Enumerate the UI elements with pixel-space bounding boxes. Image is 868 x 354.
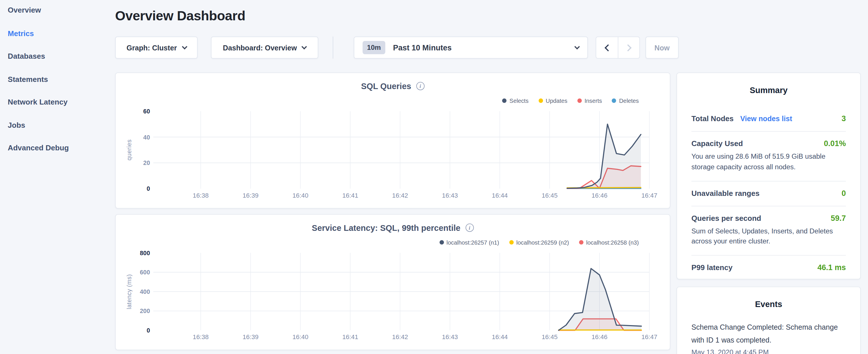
y-tick-label: 0 xyxy=(116,326,150,334)
summary-description: Sum of Selects, Updates, Inserts, and De… xyxy=(691,226,846,247)
y-tick-label: 20 xyxy=(116,159,150,167)
summary-row-queries-per-second: Queries per second 59.7 Sum of Selects, … xyxy=(691,206,846,256)
x-tick-label: 16:47 xyxy=(633,192,666,198)
view-nodes-link[interactable]: View nodes list xyxy=(740,115,792,123)
x-tick-label: 16:44 xyxy=(483,334,517,340)
chevron-down-icon xyxy=(574,44,580,49)
chart-title: Service Latency: SQL, 99th percentile xyxy=(312,223,461,232)
y-tick-label: 800 xyxy=(116,249,150,257)
dashboard-dropdown[interactable]: Dashboard: Overview xyxy=(211,36,318,58)
x-tick-label: 16:44 xyxy=(483,192,517,198)
time-next-button[interactable] xyxy=(618,37,639,58)
dashboard-dropdown-label: Dashboard: Overview xyxy=(223,43,297,52)
summary-label: Queries per second xyxy=(691,214,762,222)
x-tick-label: 16:39 xyxy=(234,192,267,198)
summary-value: 0.01% xyxy=(824,139,846,148)
chart-title-row: SQL Queries i xyxy=(116,81,670,91)
x-tick-label: 16:40 xyxy=(284,192,317,198)
time-window-badge: 10m xyxy=(363,41,385,54)
legend-item: localhost:26257 (n1) xyxy=(439,239,499,246)
legend-label: localhost:26259 (n2) xyxy=(517,239,569,246)
sidebar-nav: Overview Metrics Databases Statements Ne… xyxy=(8,7,107,167)
legend-dot xyxy=(579,240,583,244)
sidebar-item-network-latency[interactable]: Network Latency xyxy=(8,99,107,106)
legend-dot xyxy=(612,99,616,103)
x-tick-label: 16:38 xyxy=(184,192,217,198)
sidebar-item-databases[interactable]: Databases xyxy=(8,53,107,60)
y-tick-label: 600 xyxy=(116,268,150,276)
summary-row-capacity-used: Capacity Used 0.01% You are using 28.6 M… xyxy=(691,132,846,181)
summary-row-unavailable-ranges: Unavailable ranges 0 xyxy=(691,181,846,206)
x-tick-label: 16:41 xyxy=(334,192,367,198)
x-tick-label: 16:40 xyxy=(284,334,317,340)
summary-label: Unavailable ranges xyxy=(691,189,760,197)
graph-dropdown-label: Graph: Cluster xyxy=(126,43,177,52)
chart-title: SQL Queries xyxy=(361,81,411,91)
toolbar: Graph: Cluster Dashboard: Overview 10m P… xyxy=(115,36,863,58)
info-icon[interactable]: i xyxy=(465,223,474,232)
sidebar-item-metrics[interactable]: Metrics xyxy=(8,30,107,37)
sidebar-item-advanced-debug[interactable]: Advanced Debug xyxy=(8,144,107,152)
x-tick-label: 16:47 xyxy=(633,334,666,340)
sidebar-item-overview[interactable]: Overview xyxy=(8,7,107,14)
x-tick-label: 16:45 xyxy=(533,334,566,340)
summary-title: Summary xyxy=(691,85,846,95)
legend-item: localhost:26259 (n2) xyxy=(509,239,569,246)
summary-label: Total Nodes xyxy=(691,115,734,123)
sidebar-item-statements[interactable]: Statements xyxy=(8,75,107,83)
summary-value: 0 xyxy=(842,189,846,197)
y-tick-label: 0 xyxy=(116,185,150,192)
time-range-dropdown[interactable]: 10m Past 10 Minutes xyxy=(353,36,588,58)
now-button[interactable]: Now xyxy=(645,36,679,58)
chevron-down-icon xyxy=(302,44,307,49)
x-tick-label: 16:38 xyxy=(184,334,217,340)
chart-legend: SelectsUpdatesInsertsDeletes xyxy=(502,97,639,104)
x-tick-label: 16:46 xyxy=(583,192,616,198)
summary-label: Capacity Used xyxy=(691,139,743,148)
y-axis-label: queries xyxy=(126,111,132,189)
service-latency-chart-card: Service Latency: SQL, 99th percentile i … xyxy=(115,214,671,350)
legend-dot xyxy=(578,99,582,103)
x-tick-label: 16:42 xyxy=(383,192,417,198)
legend-label: Deletes xyxy=(619,97,639,104)
legend-label: Inserts xyxy=(585,97,602,104)
event-item[interactable]: Schema Change Completed: Schema change w… xyxy=(691,321,846,354)
legend-dot xyxy=(509,240,514,244)
legend-item: Selects xyxy=(502,97,529,104)
sidebar-item-jobs[interactable]: Jobs xyxy=(8,122,107,129)
x-tick-label: 16:43 xyxy=(433,334,467,340)
event-message: Schema Change Completed: Schema change w… xyxy=(691,321,846,347)
legend-item: Inserts xyxy=(578,97,602,104)
time-nav-buttons xyxy=(596,36,640,58)
chevron-left-icon xyxy=(604,44,612,51)
chart-title-row: Service Latency: SQL, 99th percentile i xyxy=(116,223,670,232)
sql-queries-chart-card: SQL Queries i SelectsUpdatesInsertsDelet… xyxy=(115,72,671,208)
chart-plot[interactable] xyxy=(153,111,649,189)
info-icon[interactable]: i xyxy=(416,82,425,90)
y-tick-label: 60 xyxy=(116,107,150,115)
chevron-right-icon xyxy=(624,44,631,51)
chart-plot[interactable] xyxy=(153,253,649,330)
legend-label: Selects xyxy=(509,97,529,104)
legend-label: Updates xyxy=(546,97,567,104)
legend-dot xyxy=(502,99,507,103)
db-console-app: Overview Metrics Databases Statements Ne… xyxy=(0,0,868,354)
legend-item: Updates xyxy=(538,97,567,104)
y-tick-label: 200 xyxy=(116,307,150,315)
x-tick-label: 16:45 xyxy=(533,192,566,198)
legend-dot xyxy=(538,99,543,103)
time-prev-button[interactable] xyxy=(596,37,618,58)
legend-item: localhost:26258 (n3) xyxy=(579,239,639,246)
summary-label: P99 latency xyxy=(691,263,733,272)
summary-value: 59.7 xyxy=(831,213,846,222)
events-title: Events xyxy=(691,299,846,309)
legend-label: localhost:26258 (n3) xyxy=(586,239,639,246)
x-tick-label: 16:41 xyxy=(334,334,367,340)
x-tick-label: 16:43 xyxy=(433,192,467,198)
now-button-label: Now xyxy=(654,43,670,52)
event-timestamp: May 13, 2020 at 4:45 PM xyxy=(691,349,846,354)
x-tick-label: 16:46 xyxy=(583,334,616,340)
x-tick-label: 16:39 xyxy=(234,334,267,340)
summary-panel: Summary Total Nodes View nodes list 3 Ca… xyxy=(677,72,861,279)
graph-dropdown[interactable]: Graph: Cluster xyxy=(115,36,198,58)
